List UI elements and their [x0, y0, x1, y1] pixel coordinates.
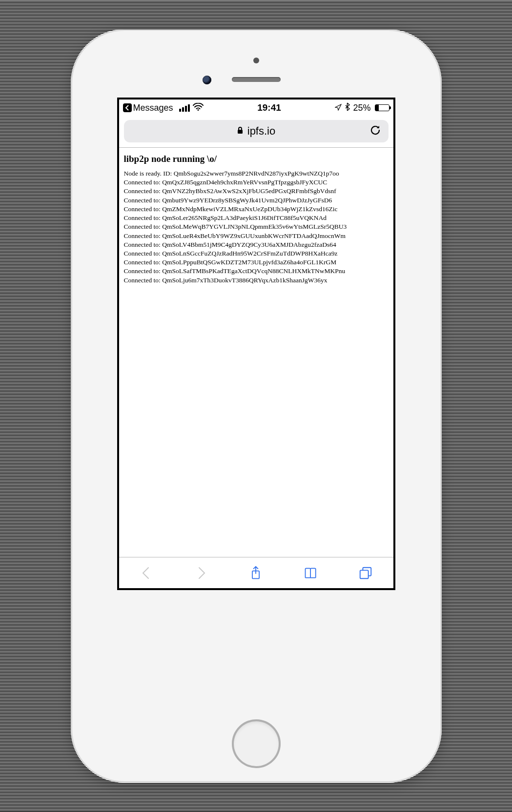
bluetooth-icon [345, 102, 350, 114]
earpiece-speaker [232, 77, 281, 82]
peer-line: Connected to: QmSoLSafTMBsPKadTEgaXctDQV… [124, 267, 389, 276]
wifi-icon [193, 102, 204, 113]
location-icon [335, 103, 342, 113]
back-chevron-icon [123, 103, 132, 112]
svg-rect-3 [360, 570, 369, 578]
cellular-signal-icon [179, 104, 190, 112]
bookmarks-button[interactable] [302, 564, 320, 582]
svg-rect-1 [238, 130, 243, 134]
home-button[interactable] [232, 719, 281, 768]
peer-line: Connected to: QmSoLueR4xBeUbY9WZ9xGUUxun… [124, 232, 389, 240]
tabs-button[interactable] [357, 564, 374, 582]
battery-percent: 25% [353, 103, 370, 113]
svg-point-0 [197, 109, 199, 111]
peer-line: Connected to: QmSoLnSGccFuZQJzRadHn95W2C… [124, 249, 389, 258]
share-button[interactable] [247, 564, 265, 582]
status-right-cluster: 25% [335, 102, 389, 114]
address-bar[interactable]: ipfs.io [124, 120, 389, 142]
peer-line: Connected to: QmQxZJ85qgznD4eh9chxRmYeRV… [124, 178, 389, 187]
status-bar: Messages 19:41 25% [119, 99, 393, 116]
peer-line: Connected to: QmSoLMeWqB7YGVLJN3pNLQpmmE… [124, 222, 389, 231]
proximity-sensor [253, 58, 259, 63]
device-frame: Messages 19:41 25% [71, 29, 442, 783]
peer-line: Connected to: QmSoLer265NRgSp2LA3dPaeyki… [124, 214, 389, 222]
url-domain: ipfs.io [247, 125, 275, 138]
battery-icon [375, 104, 389, 111]
node-ready-line: Node is ready. ID: QmbSogu2s2wwer7yms8P2… [124, 169, 389, 178]
screen: Messages 19:41 25% [117, 98, 395, 590]
peer-line: Connected to: QmZMxNdpMkewiVZLMRxaNxUeZp… [124, 205, 389, 214]
nav-back-button[interactable] [138, 564, 155, 582]
log-output: Node is ready. ID: QmbSogu2s2wwer7yms8P2… [124, 169, 389, 285]
page-content[interactable]: libp2p node running \o/ Node is ready. I… [119, 148, 393, 557]
peer-line: Connected to: QmSoLV4Bbm51jM9C4gDYZQ9Cy3… [124, 240, 389, 249]
nav-forward-button[interactable] [192, 564, 210, 582]
peer-line: Connected to: QmVNZ2hyBbxS2AwXwS2xXjFbUG… [124, 187, 389, 196]
back-app-label: Messages [133, 103, 173, 113]
safari-toolbar [119, 557, 393, 588]
peer-line: Connected to: QmSoLPppuBtQSGwKDZT2M73ULp… [124, 258, 389, 267]
page-heading: libp2p node running \o/ [124, 154, 389, 164]
peer-line: Connected to: Qmbut9Ywz9YEDrz8ySBSgWyJk4… [124, 196, 389, 205]
clock-time: 19:41 [257, 102, 281, 113]
front-camera [203, 76, 211, 84]
lock-icon [237, 126, 244, 136]
status-left-cluster: Messages [123, 102, 204, 113]
browser-chrome: ipfs.io [119, 116, 393, 148]
back-to-app-button[interactable]: Messages [123, 103, 173, 113]
peer-line: Connected to: QmSoLju6m7xTh3DuokvT3886QR… [124, 276, 389, 285]
reload-button[interactable] [369, 124, 382, 139]
